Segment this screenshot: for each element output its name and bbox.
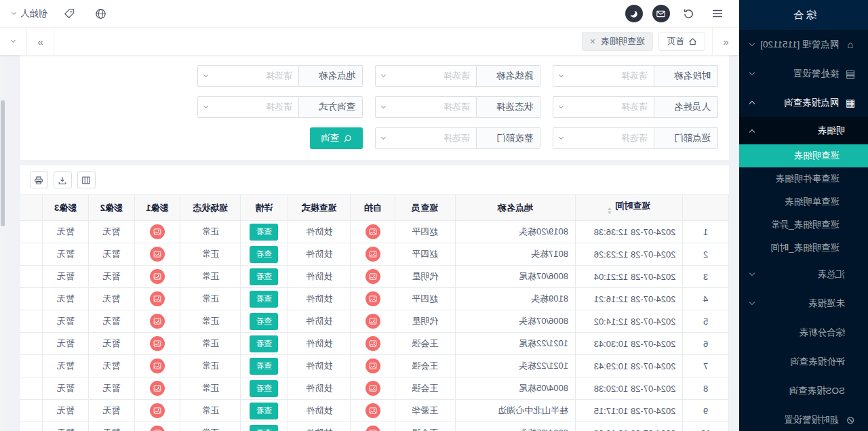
cell-index: 7 <box>683 355 729 377</box>
cell-mode: 技防件 <box>288 288 351 310</box>
select-input[interactable]: 请选择 <box>197 65 299 87</box>
chevron-down-icon <box>381 104 386 108</box>
tab-options-button[interactable] <box>0 28 27 55</box>
select-input[interactable]: 请选择 <box>375 127 477 149</box>
select-input[interactable]: 请选择 <box>197 96 299 118</box>
view-button[interactable]: 查看 <box>250 268 278 285</box>
image-thumbnail-icon[interactable] <box>150 269 165 284</box>
topbar: 创始人 <box>0 0 739 27</box>
cell-selfie <box>351 310 395 333</box>
image-thumbnail-icon[interactable] <box>150 247 165 262</box>
image-thumbnail-icon[interactable] <box>150 336 165 351</box>
cell-detail: 查看 <box>240 333 288 355</box>
user-menu[interactable]: 创始人 <box>12 7 48 20</box>
cell-extra: 暂无 <box>20 377 43 400</box>
query-field: 状态选择请选择 <box>375 96 540 118</box>
select-input[interactable]: 请选择 <box>375 96 477 118</box>
cell-index: 1 <box>683 221 729 243</box>
image-thumbnail-icon[interactable] <box>366 403 380 418</box>
close-icon[interactable]: × <box>590 37 595 46</box>
sidebar-item[interactable]: 评价报表查询 <box>739 347 868 376</box>
theme-moon-icon[interactable] <box>625 5 643 22</box>
image-thumbnail-icon[interactable] <box>150 291 165 306</box>
image-thumbnail-icon[interactable] <box>150 403 165 418</box>
sidebar-item[interactable]: ▦网点报表查询 <box>739 88 868 117</box>
sidebar-item[interactable]: 巡查明细表_时间 <box>739 237 868 260</box>
view-button[interactable]: 查看 <box>250 403 278 419</box>
search-button[interactable]: 查询 <box>310 127 363 149</box>
select-input[interactable]: 请选择 <box>375 65 477 87</box>
chevron-down-icon <box>559 104 564 108</box>
column-header-time[interactable]: 巡查时间 <box>576 195 683 221</box>
cell-mode: 技防件 <box>288 243 351 266</box>
sidebar-item[interactable]: 汇总表 <box>739 260 868 289</box>
column-header-selfie: 自拍 <box>351 195 395 221</box>
language-globe-icon[interactable] <box>92 4 111 23</box>
image-thumbnail-icon[interactable] <box>366 269 380 284</box>
select-input[interactable]: 请选择 <box>553 127 654 149</box>
sidebar-item[interactable]: ▤接处警设置 <box>739 59 868 88</box>
sidebar-item-label: 巡查明细表_异常 <box>770 219 840 231</box>
image-thumbnail-icon[interactable] <box>366 291 380 306</box>
sidebar-item[interactable]: ⌂网点管理 [1151120] <box>739 30 868 59</box>
sidebar-item[interactable]: 明细表 <box>739 117 868 144</box>
image-thumbnail-icon[interactable] <box>366 336 380 351</box>
view-button[interactable]: 查看 <box>250 246 278 263</box>
image-thumbnail-icon[interactable] <box>366 381 380 396</box>
select-input[interactable]: 请选择 <box>553 65 654 87</box>
refresh-icon[interactable] <box>679 4 698 23</box>
column-header-label: 巡场状态 <box>193 203 228 213</box>
column-settings-icon[interactable] <box>77 171 96 188</box>
cell-detail: 查看 <box>240 355 288 377</box>
sidebar-item[interactable]: SOS报表查询 <box>739 376 868 405</box>
sidebar-item[interactable]: 巡查明细表_异常 <box>739 213 868 237</box>
view-button[interactable]: 查看 <box>250 425 278 431</box>
sidebar-item[interactable]: 未巡报表 <box>739 289 868 318</box>
app-root: 综合 ⌂网点管理 [1151120]▤接处警设置▦网点报表查询明细表巡查明细表巡… <box>0 0 868 431</box>
tag-icon[interactable] <box>60 4 79 23</box>
cell-inspector: 赵四平 <box>395 243 455 266</box>
sidebar-item[interactable]: 巡查明细表 <box>739 144 868 167</box>
select-placeholder: 请选择 <box>621 132 648 144</box>
messages-icon[interactable] <box>652 5 670 22</box>
cell-status: 正常 <box>180 377 241 400</box>
view-button[interactable]: 查看 <box>250 224 278 241</box>
cell-status: 正常 <box>180 422 241 431</box>
cell-index: 4 <box>683 288 729 310</box>
menu-toggle-icon[interactable] <box>708 4 727 23</box>
scrollbar-thumb[interactable] <box>1 100 5 226</box>
view-button[interactable]: 查看 <box>250 380 278 397</box>
image-thumbnail-icon[interactable] <box>366 247 380 262</box>
image-thumbnail-icon[interactable] <box>150 314 165 329</box>
sidebar-item[interactable]: 巡查单明细表 <box>739 190 868 213</box>
image-thumbnail-icon[interactable] <box>366 224 380 239</box>
view-button[interactable]: 查看 <box>250 291 278 308</box>
image-thumbnail-icon[interactable] <box>150 381 165 396</box>
tab-patrol-detail[interactable]: 巡查明细表 × <box>582 32 653 51</box>
image-thumbnail-icon[interactable] <box>366 314 380 329</box>
home-icon <box>688 37 697 46</box>
scrollbar[interactable] <box>0 56 5 431</box>
sidebar-item[interactable]: ⊘超时报警设置 <box>739 405 868 431</box>
image-thumbnail-icon[interactable] <box>150 358 165 373</box>
export-icon[interactable] <box>54 171 72 188</box>
tab-home[interactable]: 首页 <box>658 32 705 51</box>
scroll-tabs-button[interactable]: » <box>27 28 54 55</box>
sidebar-item[interactable]: 综合分析表 <box>739 318 868 347</box>
view-button[interactable]: 查看 <box>250 358 278 375</box>
print-icon[interactable] <box>30 171 48 188</box>
cell-location: 桂半山北中心湖边 <box>455 400 575 422</box>
select-placeholder: 请选择 <box>266 101 292 113</box>
sidebar-item[interactable]: 巡查事件明细表 <box>739 167 868 190</box>
collapse-tabs-button[interactable]: « <box>712 28 739 55</box>
image-thumbnail-icon[interactable] <box>366 426 380 431</box>
image-thumbnail-icon[interactable] <box>150 224 165 239</box>
view-button[interactable]: 查看 <box>250 335 278 352</box>
view-button[interactable]: 查看 <box>250 313 278 330</box>
image-thumbnail-icon[interactable] <box>366 358 380 373</box>
sidebar-item-label: 未巡报表 <box>808 297 845 310</box>
cell-extra: 暂无 <box>20 400 43 422</box>
select-input[interactable]: 请选择 <box>553 96 654 118</box>
image-thumbnail-icon[interactable] <box>150 426 165 431</box>
sort-icon[interactable] <box>608 205 612 216</box>
